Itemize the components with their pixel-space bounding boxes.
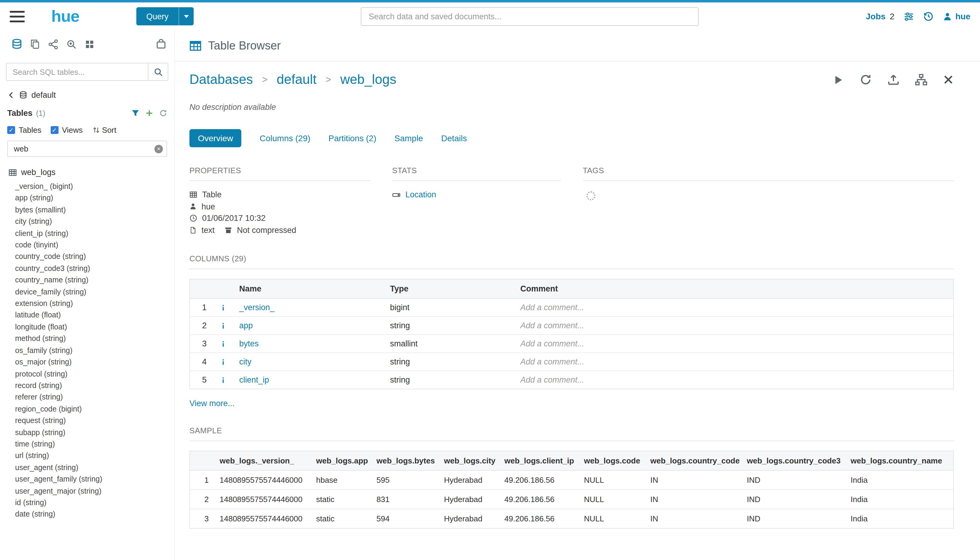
assist-column-item[interactable]: _version_ (bigint): [15, 181, 174, 193]
tab-overview[interactable]: Overview: [190, 129, 241, 147]
table-icon: [190, 191, 197, 199]
column-comment-cell[interactable]: Add a comment...: [514, 317, 953, 335]
column-comment-cell[interactable]: Add a comment...: [514, 335, 953, 353]
column-info-cell[interactable]: [213, 299, 233, 317]
location-link[interactable]: Location: [405, 190, 436, 200]
tables-checkbox[interactable]: ✓: [7, 126, 15, 134]
assist-column-item[interactable]: latitude (float): [15, 310, 174, 322]
global-search-input[interactable]: [361, 7, 699, 26]
assist-column-item[interactable]: user_agent_family (string): [15, 474, 174, 485]
assist-column-item[interactable]: user_agent_major (string): [15, 485, 174, 497]
column-name-link[interactable]: bytes: [239, 340, 259, 348]
assist-column-item[interactable]: id (string): [15, 497, 174, 509]
assist-column-item[interactable]: city (string): [15, 216, 174, 228]
assist-database-breadcrumb: default: [7, 90, 167, 100]
jobs-link[interactable]: Jobs 2: [866, 12, 894, 21]
column-info-cell[interactable]: [213, 317, 233, 335]
view-more-link[interactable]: View more...: [190, 399, 953, 408]
tab-columns[interactable]: Columns (29): [260, 133, 310, 143]
assist-tab-documents[interactable]: [26, 39, 44, 49]
column-info-cell[interactable]: [213, 371, 233, 389]
refresh-tables-icon[interactable]: [159, 109, 167, 117]
properties-title: PROPERTIES: [190, 166, 370, 181]
database-icon: [19, 91, 27, 99]
info-icon: [219, 340, 226, 348]
history-icon[interactable]: [923, 11, 933, 22]
assist-column-item[interactable]: extension (string): [15, 298, 174, 310]
column-row-number: 4: [190, 353, 213, 371]
refresh-button[interactable]: [859, 73, 872, 86]
column-name-link[interactable]: client_ip: [239, 376, 269, 385]
close-button[interactable]: [943, 74, 953, 85]
assist-column-item[interactable]: protocol (string): [15, 368, 174, 380]
assist-tab-apps[interactable]: [80, 40, 98, 48]
views-checkbox[interactable]: ✓: [50, 126, 58, 134]
tab-details[interactable]: Details: [441, 133, 467, 143]
column-comment-cell[interactable]: Add a comment...: [514, 299, 953, 317]
chevron-left-icon[interactable]: [7, 91, 15, 99]
filter-funnel-icon[interactable]: [131, 109, 139, 117]
assist-database-name[interactable]: default: [32, 90, 56, 100]
hamburger-menu-icon[interactable]: [10, 10, 25, 22]
sample-header-cell: web_logs.country_code: [645, 452, 741, 471]
assist-column-item[interactable]: client_ip (string): [15, 228, 174, 240]
sitemap-icon: [915, 73, 927, 86]
sort-arrows-icon: [92, 126, 100, 134]
assist-column-item[interactable]: country_code3 (string): [15, 263, 174, 275]
assist-tab-search[interactable]: [62, 39, 80, 49]
assist-column-item[interactable]: bytes (smallint): [15, 205, 174, 216]
assist-column-item[interactable]: method (string): [15, 333, 174, 345]
assist-column-item[interactable]: record (string): [15, 380, 174, 392]
assist-column-item[interactable]: device_family (string): [15, 286, 174, 298]
assist-column-item[interactable]: os_family (string): [15, 345, 174, 357]
column-name-link[interactable]: _version_: [239, 303, 275, 312]
column-name-link[interactable]: city: [239, 358, 251, 367]
lineage-button[interactable]: [915, 73, 927, 86]
assist-tab-functions[interactable]: [44, 39, 62, 49]
add-table-icon[interactable]: [145, 109, 153, 117]
tab-sample[interactable]: Sample: [394, 133, 423, 143]
assist-column-item[interactable]: longitude (float): [15, 322, 174, 333]
column-info-cell[interactable]: [213, 353, 233, 371]
assist-column-item[interactable]: os_major (string): [15, 357, 174, 368]
assist-filter-input[interactable]: [7, 141, 167, 157]
column-comment-cell[interactable]: Add a comment...: [514, 353, 953, 371]
sort-toggle[interactable]: Sort: [92, 125, 116, 135]
assist-column-item[interactable]: time (string): [15, 439, 174, 450]
assist-column-item[interactable]: subapp (string): [15, 427, 174, 439]
assist-tab-sql[interactable]: [8, 38, 26, 50]
assist-column-item[interactable]: country_name (string): [15, 275, 174, 287]
assist-column-item[interactable]: date (string): [15, 509, 174, 521]
assist-search-button[interactable]: [148, 63, 168, 81]
query-button[interactable]: Query: [136, 7, 179, 25]
column-name-link[interactable]: app: [239, 321, 253, 330]
breadcrumb-databases[interactable]: Databases: [190, 72, 253, 88]
query-table-button[interactable]: [832, 74, 844, 85]
clear-filter-icon[interactable]: ×: [155, 145, 163, 153]
assist-search-input[interactable]: [6, 63, 148, 81]
query-dropdown-caret[interactable]: [179, 7, 194, 25]
column-comment-cell[interactable]: Add a comment...: [514, 371, 953, 389]
assist-column-item[interactable]: code (tinyint): [15, 240, 174, 251]
columns-table: Name Type Comment 1: [190, 279, 953, 390]
sample-header-cell: web_logs.code: [579, 452, 645, 471]
assist-column-item[interactable]: country_code (string): [15, 251, 174, 263]
assist-column-item[interactable]: app (string): [15, 193, 174, 205]
assist-column-item[interactable]: referer (string): [15, 392, 174, 404]
import-button[interactable]: [887, 73, 899, 86]
hue-logo[interactable]: hue: [51, 7, 79, 26]
user-menu[interactable]: hue: [943, 12, 970, 21]
tab-partitions[interactable]: Partitions (2): [328, 133, 376, 143]
assist-column-item[interactable]: url (string): [15, 450, 174, 462]
breadcrumb-table[interactable]: web_logs: [340, 72, 396, 88]
assist-column-item[interactable]: request (string): [15, 415, 174, 427]
assist-tab-collections[interactable]: [156, 38, 166, 50]
jobs-sliders-icon[interactable]: [903, 11, 913, 22]
assist-table-web-logs[interactable]: web_logs: [8, 168, 167, 177]
table-description[interactable]: No description available: [190, 103, 953, 112]
assist-column-item[interactable]: region_code (bigint): [15, 403, 174, 415]
breadcrumb-database[interactable]: default: [276, 72, 316, 88]
column-row: 3 bytes smallint Add a comment...: [190, 335, 953, 353]
column-info-cell[interactable]: [213, 335, 233, 353]
assist-column-item[interactable]: user_agent (string): [15, 462, 174, 474]
